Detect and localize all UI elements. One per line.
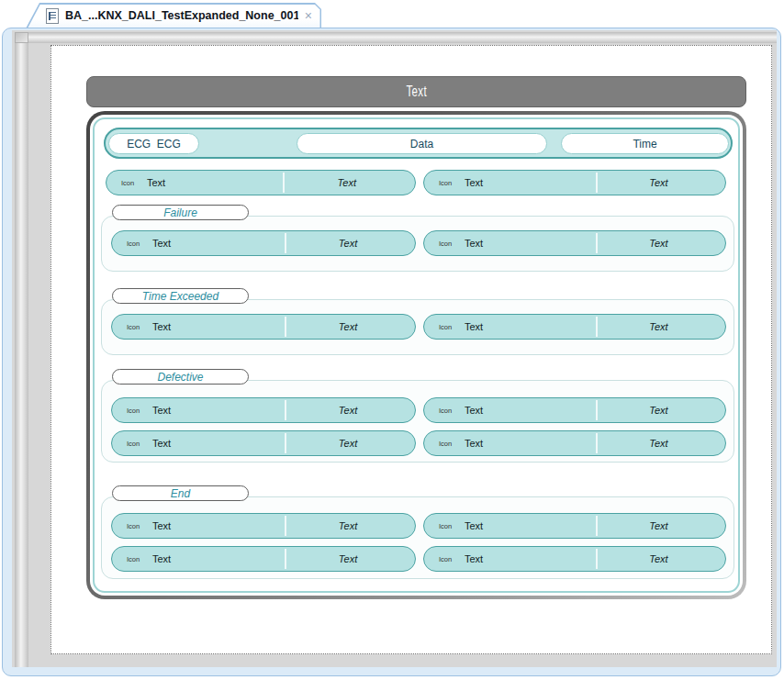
status-item[interactable]: Icon Text Text [111, 430, 416, 456]
value-label: Text [596, 553, 722, 564]
icon-placeholder-label: Icon [127, 522, 140, 530]
ecg-label: ECG ECG [127, 138, 181, 150]
value-label: Text [283, 177, 411, 188]
icon-placeholder-label: Icon [127, 407, 140, 415]
value-label: Text [285, 438, 411, 449]
status-item[interactable]: Icon Text Text [423, 546, 726, 572]
group-label-text: Failure [163, 207, 197, 218]
icon-placeholder-label: Icon [121, 179, 134, 187]
text-label: Text [152, 238, 171, 249]
status-item[interactable]: Icon Text Text [423, 170, 726, 195]
icon-placeholder-label: Icon [439, 323, 452, 331]
dali-test-widget[interactable]: ECG ECG Data Time Icon Text Text I [86, 111, 746, 599]
text-label: Text [152, 553, 171, 564]
text-label: Text [465, 520, 483, 531]
widget-body: ECG ECG Data Time Icon Text Text I [93, 117, 740, 593]
icon-placeholder-label: Icon [439, 555, 452, 563]
time-field[interactable]: Time [561, 133, 729, 154]
value-label: Text [596, 405, 722, 416]
icon-placeholder-label: Icon [127, 240, 140, 248]
document-frame: Text ECG ECG Data Time Icon [2, 28, 781, 676]
tab-close-icon[interactable]: × [305, 9, 312, 22]
group-label-defective[interactable]: Defective [112, 369, 249, 385]
icon-placeholder-label: Icon [127, 555, 140, 563]
ecg-field[interactable]: ECG ECG [108, 133, 199, 154]
horizontal-ruler [28, 32, 777, 43]
text-label: Text [465, 238, 483, 249]
group-label-end[interactable]: End [112, 485, 249, 501]
icon-placeholder-label: Icon [439, 407, 452, 415]
value-label: Text [285, 321, 411, 332]
title-bar-element[interactable]: Text [86, 76, 746, 107]
text-label: Text [465, 553, 483, 564]
value-label: Text [596, 438, 722, 449]
data-label: Data [410, 138, 433, 150]
group-label-text: Time Exceeded [142, 291, 218, 302]
group-label-failure[interactable]: Failure [112, 205, 249, 220]
icon-placeholder-label: Icon [127, 323, 140, 331]
icon-placeholder-label: Icon [439, 440, 452, 448]
tab-title: BA_...KNX_DALI_TestExpanded_None_001 [65, 9, 298, 22]
widget-header-row: ECG ECG Data Time [104, 128, 733, 159]
status-item[interactable]: Icon Text Text [423, 430, 726, 456]
value-label: Text [285, 238, 411, 249]
status-item[interactable]: Icon Text Text [111, 314, 416, 340]
ruler-corner [15, 32, 28, 43]
status-item[interactable]: Icon Text Text [111, 397, 416, 423]
status-item[interactable]: Icon Text Text [423, 230, 726, 256]
text-label: Text [152, 321, 171, 332]
icon-placeholder-label: Icon [439, 240, 452, 248]
value-label: Text [285, 553, 411, 564]
status-item[interactable]: Icon Text Text [423, 314, 726, 340]
status-item[interactable]: Icon Text Text [111, 513, 416, 539]
group-label-time-exceeded[interactable]: Time Exceeded [112, 288, 249, 304]
text-label: Text [147, 177, 165, 188]
icon-placeholder-label: Icon [439, 522, 452, 530]
document-grid-glyph [49, 12, 56, 20]
text-label: Text [465, 177, 483, 188]
text-label: Text [465, 321, 483, 332]
tab-bar: BA_...KNX_DALI_TestExpanded_None_001 × [0, 0, 784, 28]
text-label: Text [152, 405, 171, 416]
vertical-ruler [15, 43, 28, 667]
tab-content: BA_...KNX_DALI_TestExpanded_None_001 × [26, 3, 321, 28]
status-item[interactable]: Icon Text Text [106, 170, 416, 195]
group-label-text: End [171, 488, 190, 499]
text-label: Text [152, 520, 171, 531]
value-label: Text [285, 520, 411, 531]
value-label: Text [596, 238, 722, 249]
status-item[interactable]: Icon Text Text [423, 513, 726, 539]
status-item[interactable]: Icon Text Text [111, 230, 416, 256]
status-item[interactable]: Icon Text Text [423, 397, 726, 423]
text-label: Text [465, 405, 483, 416]
designer-window: BA_...KNX_DALI_TestExpanded_None_001 × T… [0, 0, 784, 680]
text-label: Text [152, 438, 171, 449]
value-label: Text [596, 321, 722, 332]
group-label-text: Defective [157, 372, 203, 383]
design-canvas[interactable]: Text ECG ECG Data Time Icon [12, 30, 777, 667]
report-document-icon [46, 8, 59, 24]
page-sheet[interactable]: Text ECG ECG Data Time Icon [50, 45, 772, 654]
status-item[interactable]: Icon Text Text [111, 546, 416, 572]
time-label: Time [633, 138, 656, 150]
text-label: Text [465, 438, 483, 449]
icon-placeholder-label: Icon [127, 440, 140, 448]
value-label: Text [596, 177, 722, 188]
data-field[interactable]: Data [297, 133, 547, 154]
icon-placeholder-label: Icon [439, 179, 452, 187]
title-bar-label: Text [406, 84, 427, 100]
document-tab[interactable]: BA_...KNX_DALI_TestExpanded_None_001 × [26, 3, 321, 28]
value-label: Text [285, 405, 411, 416]
value-label: Text [596, 520, 722, 531]
